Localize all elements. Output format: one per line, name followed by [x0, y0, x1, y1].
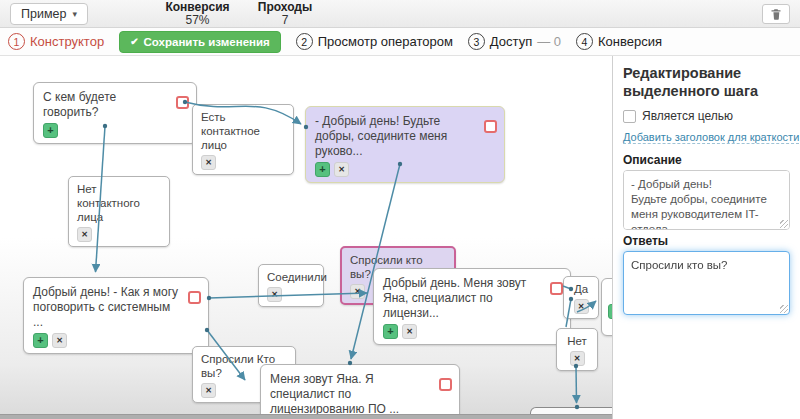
conversion-stat-value: 57%	[160, 14, 235, 27]
delete-node-icon[interactable]: ✕	[201, 155, 216, 170]
tab-constructor[interactable]: 1 Конструктор	[8, 33, 104, 50]
delete-node-icon[interactable]: ✕	[267, 287, 282, 302]
step-4-circle: 4	[576, 33, 593, 50]
description-label: Описание	[623, 153, 790, 167]
flow-condition-has-contact[interactable]: Есть контактное лицо ✕	[192, 104, 294, 175]
flow-node-greeting-sysadmin[interactable]: Добрый день! - Как я могу поговорить с с…	[23, 277, 209, 354]
resize-grip-icon[interactable]	[780, 220, 788, 228]
conversion-stat: Конверсия 57%	[160, 1, 235, 27]
answers-label: Ответы	[623, 234, 790, 248]
delete-node-icon[interactable]: ✕	[570, 351, 585, 366]
passes-stat: Проходы 7	[255, 1, 315, 27]
flow-condition-connected[interactable]: Соединили ✕	[258, 264, 324, 307]
flow-node-selected-greeting[interactable]: - Добрый день! Будьте добры, соедините м…	[305, 106, 505, 183]
trash-icon	[770, 8, 782, 21]
resize-grip-icon[interactable]	[780, 305, 788, 313]
delete-script-button[interactable]	[762, 4, 790, 24]
tab-operator-view-label: Просмотр оператором	[318, 34, 453, 49]
node-text: Добрый день! - Как я могу поговорить с с…	[33, 285, 182, 330]
project-dropdown-label: Пример	[21, 7, 66, 21]
main-area: С кем будете говорить? + Есть контактное…	[0, 56, 800, 419]
flow-node-intro-yana[interactable]: Добрый день. Меня зовут Яна, специалист …	[373, 268, 571, 345]
step-edit-panel: Редактирование выделенного шага Является…	[612, 56, 800, 419]
goal-checkbox[interactable]	[550, 282, 563, 295]
node-text: - Добрый день! Будьте добры, соедините м…	[315, 114, 478, 159]
tab-access-count: — 0	[537, 34, 561, 49]
add-branch-icon[interactable]: +	[383, 324, 398, 339]
add-title-link[interactable]: Добавить заголовок для краткости	[623, 131, 799, 144]
tab-conversion[interactable]: 4 Конверсия	[576, 33, 662, 50]
flow-condition-no[interactable]: Нет ✕	[556, 328, 598, 371]
flow-condition-yes[interactable]: Да ✕	[563, 276, 599, 319]
add-branch-icon[interactable]: +	[315, 162, 330, 177]
is-goal-checkbox-row[interactable]: Является целью	[623, 109, 790, 123]
condition-text: Нет контактного лица	[77, 182, 161, 224]
goal-checkbox[interactable]	[188, 291, 201, 304]
delete-node-icon[interactable]: ✕	[52, 333, 67, 348]
goal-checkbox[interactable]	[484, 120, 497, 133]
goal-checkbox[interactable]	[439, 378, 452, 391]
node-text: Добрый день. Меня зовут Яна, специалист …	[383, 276, 544, 321]
delete-node-icon[interactable]: ✕	[402, 324, 417, 339]
flow-node-question-start[interactable]: С кем будете говорить? +	[33, 82, 197, 144]
flow-node-license-specialist[interactable]: Меня зовут Яна. Я специалист по лицензир…	[260, 364, 460, 419]
steps-toolbar: 1 Конструктор ✔ Сохранить изменения 2 Пр…	[0, 28, 800, 56]
save-changes-button[interactable]: ✔ Сохранить изменения	[119, 31, 281, 53]
passes-stat-value: 7	[255, 14, 315, 27]
tab-access[interactable]: 3 Доступ — 0	[468, 33, 561, 50]
tab-operator-view[interactable]: 2 Просмотр оператором	[296, 33, 453, 50]
add-branch-icon[interactable]: +	[33, 333, 48, 348]
flow-node-clipped-right[interactable]: +	[601, 278, 612, 336]
step-1-circle: 1	[8, 33, 25, 50]
top-header: Пример ▾ Конверсия 57% Проходы 7	[0, 0, 800, 28]
delete-node-icon[interactable]: ✕	[77, 227, 92, 242]
delete-node-icon[interactable]: ✕	[334, 162, 349, 177]
is-goal-label: Является целью	[642, 109, 733, 123]
delete-node-icon[interactable]: ✕	[201, 383, 216, 398]
delete-node-icon[interactable]: ✕	[350, 284, 365, 299]
delete-node-icon[interactable]: ✕	[574, 299, 589, 314]
description-textarea[interactable]: - Добрый день! Будьте добры, соедините м…	[623, 170, 790, 230]
node-text: С кем будете говорить?	[43, 90, 170, 120]
node-text: Меня зовут Яна. Я специалист по лицензир…	[270, 372, 433, 417]
save-changes-label: Сохранить изменения	[144, 36, 270, 48]
panel-title: Редактирование выделенного шага	[623, 64, 790, 100]
tab-constructor-label: Конструктор	[30, 34, 104, 49]
answers-textarea[interactable]: Спросили кто вы?	[623, 251, 790, 315]
tab-conversion-label: Конверсия	[598, 34, 662, 49]
flow-condition-no-contact[interactable]: Нет контактного лица ✕	[68, 176, 170, 247]
chevron-down-icon: ▾	[72, 9, 77, 19]
step-2-circle: 2	[296, 33, 313, 50]
goal-checkbox[interactable]	[176, 96, 189, 109]
check-icon: ✔	[130, 36, 138, 47]
canvas-bottom-edge	[0, 414, 612, 419]
tab-access-label: Доступ	[490, 34, 532, 49]
is-goal-checkbox[interactable]	[623, 110, 636, 123]
condition-text: Нет	[565, 334, 589, 348]
project-dropdown-button[interactable]: Пример ▾	[10, 3, 88, 25]
flow-canvas[interactable]: С кем будете говорить? + Есть контактное…	[0, 56, 612, 419]
step-3-circle: 3	[468, 33, 485, 50]
condition-text: Да	[572, 282, 590, 296]
condition-text: Соединили	[267, 270, 315, 284]
condition-text: Есть контактное лицо	[201, 110, 285, 152]
add-branch-icon[interactable]: +	[43, 123, 58, 138]
add-branch-icon[interactable]: +	[608, 304, 612, 319]
